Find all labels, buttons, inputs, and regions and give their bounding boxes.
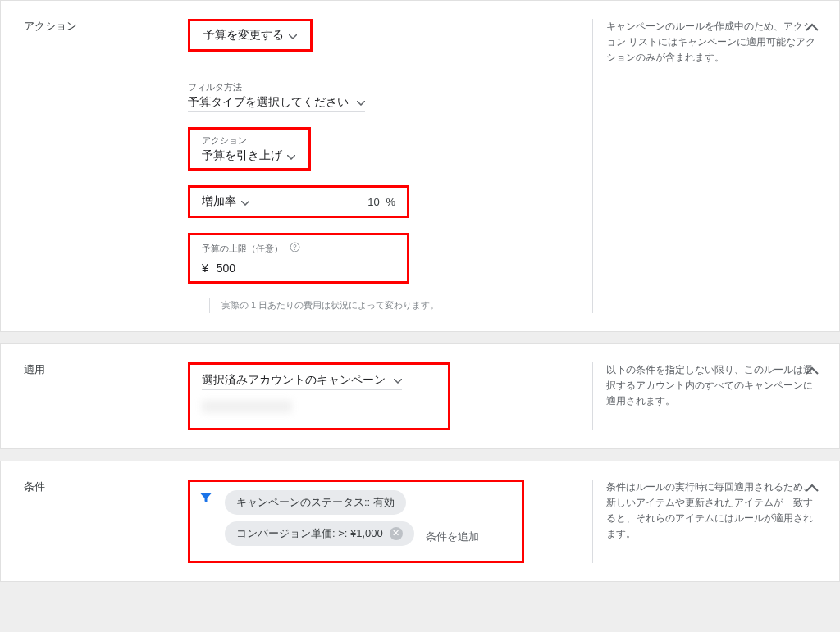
budget-limit-value: 500 [217,261,235,275]
collapse-toggle[interactable] [805,22,819,32]
budget-note: 実際の 1 日あたりの費用は状況によって変わります。 [209,298,582,313]
budget-limit-input[interactable]: ¥ 500 [202,261,395,275]
action-card: アクション 予算を変更する フィルタ方法 予算タイプを選択してください [0,0,840,332]
action-help: キャンペーンのルールを作成中のため、アクション リストにはキャンペーンに適用可能… [592,19,819,313]
highlight-conditions: キャンペーンのステータス:: 有効 コンバージョン単価: >: ¥1,000 ✕… [188,480,524,563]
apply-scope-text: 選択済みアカウントのキャンペーン [202,373,386,386]
collapse-toggle[interactable] [805,483,819,493]
caret-down-icon [241,195,249,208]
blurred-account-name [202,400,292,413]
apply-center: 選択済みアカウントのキャンペーン [188,362,582,430]
action-main-select-text: 予算を変更する [203,28,284,43]
condition-chip-status-text: キャンペーンのステータス:: 有効 [236,495,395,510]
sub-action-select-text: 予算を引き上げ [202,148,282,163]
filter-method-label: フィルタ方法 [188,81,582,93]
action-section-label: アクション [24,19,188,313]
caret-down-icon [287,149,295,162]
increase-type-text: 増加率 [202,194,236,209]
budget-limit-currency: ¥ [202,261,208,275]
condition-center: キャンペーンのステータス:: 有効 コンバージョン単価: >: ¥1,000 ✕… [188,480,582,563]
sub-action-label: アクション [202,134,295,147]
highlight-main-action: 予算を変更する [188,19,313,52]
apply-section-label: 適用 [24,362,188,430]
condition-help: 条件はルールの実行時に毎回適用されるため、新しいアイテムや更新されたアイテムが一… [592,480,819,563]
condition-chip-status[interactable]: キャンペーンのステータス:: 有効 [225,490,406,515]
filter-type-select[interactable]: 予算タイプを選択してください [188,95,365,112]
highlight-sub-action: アクション 予算を引き上げ [188,127,311,171]
sub-action-select[interactable]: 予算を引き上げ [202,148,295,163]
filter-type-select-text: 予算タイプを選択してください [188,95,349,108]
collapse-toggle[interactable] [805,366,819,375]
increase-value[interactable]: 10 [368,196,379,208]
condition-chip-cpa-text: コンバージョン単価: >: ¥1,000 [236,526,383,541]
condition-section-label: 条件 [24,480,188,563]
action-center: 予算を変更する フィルタ方法 予算タイプを選択してください [188,19,582,313]
highlight-budget-limit: 予算の上限（任意） ¥ 500 [188,233,409,284]
filter-icon [199,490,213,507]
caret-down-icon [357,95,365,108]
highlight-apply-scope: 選択済みアカウントのキャンペーン [188,362,450,430]
increase-type-select[interactable]: 増加率 [202,194,249,209]
action-main-select[interactable]: 予算を変更する [203,28,297,43]
help-icon[interactable] [290,242,300,255]
highlight-increase-rate: 増加率 10 % [188,185,409,218]
remove-chip-icon[interactable]: ✕ [390,527,403,540]
apply-card: 適用 選択済みアカウントのキャンペーン 以下の条件を指定しない限り、このルールは… [0,343,840,449]
apply-scope-select[interactable]: 選択済みアカウントのキャンペーン [202,373,402,390]
apply-help: 以下の条件を指定しない限り、このルールは選択するアカウント内のすべてのキャンペー… [592,362,819,430]
svg-point-1 [294,249,295,250]
increase-value-group: 10 % [368,196,395,208]
add-condition-link[interactable]: 条件を追加 [426,530,479,544]
caret-down-icon [289,29,297,42]
condition-chip-cpa[interactable]: コンバージョン単価: >: ¥1,000 ✕ [225,521,414,546]
budget-limit-label: 予算の上限（任意） [202,243,283,255]
condition-card: 条件 キャンペーンのステータス:: 有効 [0,461,840,582]
caret-down-icon [394,373,402,386]
increase-suffix: % [386,196,395,208]
